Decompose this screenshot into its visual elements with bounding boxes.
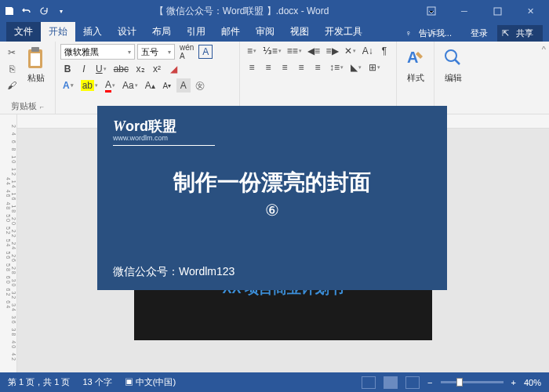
group-paragraph: ≡▾ ⅓≡▾ ≡≡▾ ◀≡ ≡▶ ✕▾ A↓ ¶ ≡ ≡ ≡ ≡ ≡ ↕≡▾ ◣… xyxy=(240,42,397,114)
bullets-icon[interactable]: ≡▾ xyxy=(245,44,259,58)
underline-button[interactable]: U▾ xyxy=(93,62,109,76)
status-lang[interactable]: ▣ 中文(中国) xyxy=(125,376,176,388)
char-border-icon[interactable]: A xyxy=(198,45,213,59)
status-bar: 第 1 页，共 1 页 13 个字 ▣ 中文(中国) − + 40% xyxy=(0,372,549,392)
cut-icon[interactable]: ✂ xyxy=(5,45,19,60)
increase-indent-icon[interactable]: ≡▶ xyxy=(324,44,340,58)
copy-icon[interactable]: ⎘ xyxy=(5,62,19,76)
find-icon xyxy=(441,45,466,71)
svg-point-6 xyxy=(445,50,456,61)
subscript-button[interactable]: x₂ xyxy=(133,62,147,76)
tab-review[interactable]: 审阅 xyxy=(248,22,282,42)
decrease-indent-icon[interactable]: ◀≡ xyxy=(306,44,322,58)
paste-button[interactable]: 粘贴 xyxy=(22,44,50,93)
line-spacing-icon[interactable]: ↕≡▾ xyxy=(327,60,346,74)
change-case-icon[interactable]: Aa▾ xyxy=(120,78,140,93)
editing-button[interactable]: 编辑 xyxy=(439,44,467,85)
tab-layout[interactable]: 布局 xyxy=(144,22,179,42)
styles-icon: A xyxy=(403,45,428,71)
maximize-icon[interactable] xyxy=(482,0,513,22)
clear-format-icon[interactable]: ◢ xyxy=(166,62,180,76)
paste-label: 粘贴 xyxy=(27,72,45,84)
font-color-icon[interactable]: A▾ xyxy=(103,78,118,93)
paste-icon xyxy=(24,45,49,71)
numbering-icon[interactable]: ⅓≡▾ xyxy=(261,44,283,58)
login-button[interactable]: 登录 xyxy=(466,25,493,42)
align-right-icon[interactable]: ≡ xyxy=(278,60,292,74)
vertical-ruler[interactable]: 2 4 6 8 10 12 14 16 18 20 22 24 26 28 30… xyxy=(0,114,17,372)
overlay-logo: Word联盟 xyxy=(113,117,431,136)
view-read-icon[interactable] xyxy=(362,376,376,389)
justify-icon[interactable]: ≡ xyxy=(294,60,308,74)
minimize-icon[interactable]: ─ xyxy=(449,0,480,22)
strikethrough-button[interactable]: abc xyxy=(111,62,131,76)
multilevel-icon[interactable]: ≡≡▾ xyxy=(285,44,304,58)
svg-text:A: A xyxy=(407,49,418,66)
zoom-in-icon[interactable]: + xyxy=(511,378,516,387)
borders-icon[interactable]: ⊞▾ xyxy=(366,60,383,74)
distributed-icon[interactable]: ≡ xyxy=(311,60,325,74)
tab-developer[interactable]: 开发工具 xyxy=(317,22,370,42)
font-name-combo[interactable]: 微软雅黑▾ xyxy=(60,44,135,60)
zoom-slider[interactable] xyxy=(441,381,504,383)
quick-access-toolbar: ▾ xyxy=(3,5,67,17)
format-painter-icon[interactable]: 🖌 xyxy=(5,78,19,93)
group-font: 微软雅黑▾ 五号▾ wénA A B I U▾ abc x₂ x² ◢ A▾ a… xyxy=(56,42,240,114)
styles-button[interactable]: A 样式 xyxy=(402,44,429,85)
ribbon-tabs: 文件 开始 插入 设计 布局 引用 邮件 审阅 视图 开发工具 ♀ 告诉我...… xyxy=(0,22,549,42)
titlebar: ▾ 【 微信公众号：Word联盟 】.docx - Word ─ ✕ xyxy=(0,0,549,22)
highlight-icon[interactable]: ab▾ xyxy=(78,78,100,93)
show-marks-icon[interactable]: ¶ xyxy=(377,44,391,58)
tab-insert[interactable]: 插入 xyxy=(75,22,110,42)
window-controls: ─ ✕ xyxy=(416,0,546,22)
align-center-icon[interactable]: ≡ xyxy=(261,60,275,74)
shrink-font-icon[interactable]: A▾ xyxy=(160,78,174,93)
sort-icon[interactable]: A↓ xyxy=(360,44,375,58)
undo-icon[interactable] xyxy=(20,5,33,17)
tab-mail[interactable]: 邮件 xyxy=(213,22,248,42)
bold-button[interactable]: B xyxy=(60,62,75,76)
tab-references[interactable]: 引用 xyxy=(179,22,213,42)
tell-me[interactable]: ♀ 告诉我... xyxy=(400,25,460,42)
view-print-icon[interactable] xyxy=(384,376,398,389)
svg-rect-1 xyxy=(494,8,501,15)
overlay-title: 制作一份漂亮的封面 xyxy=(113,168,431,198)
status-page[interactable]: 第 1 页，共 1 页 xyxy=(8,376,70,388)
overlay-subtitle: 微信公众号：Wordlm123 xyxy=(113,265,431,279)
tab-file[interactable]: 文件 xyxy=(6,22,41,42)
enclose-char-icon[interactable]: ㊛ xyxy=(193,78,207,93)
qat-dropdown-icon[interactable]: ▾ xyxy=(55,5,67,17)
superscript-button[interactable]: x² xyxy=(150,62,164,76)
shading-icon[interactable]: ◣▾ xyxy=(348,60,364,74)
collapse-ribbon-icon[interactable]: ^ xyxy=(542,45,546,54)
group-editing: 编辑 xyxy=(434,42,472,114)
font-size-combo[interactable]: 五号▾ xyxy=(137,44,175,60)
asian-layout-icon[interactable]: ✕▾ xyxy=(343,44,358,58)
tab-view[interactable]: 视图 xyxy=(282,22,317,42)
zoom-level[interactable]: 40% xyxy=(524,378,541,387)
overlay-divider xyxy=(113,145,215,146)
group-clipboard: ✂ ⎘ 🖌 粘贴 剪贴板⌐ xyxy=(0,42,56,114)
tab-design[interactable]: 设计 xyxy=(110,22,144,42)
phonetic-guide-icon[interactable]: wénA xyxy=(177,45,196,59)
clipboard-label: 剪贴板⌐ xyxy=(5,100,50,112)
italic-button[interactable]: I xyxy=(77,62,91,76)
view-web-icon[interactable] xyxy=(405,376,420,389)
share-button[interactable]: ⇱ 共享 xyxy=(497,25,543,42)
svg-rect-4 xyxy=(31,53,40,66)
status-words[interactable]: 13 个字 xyxy=(82,376,111,388)
tab-home[interactable]: 开始 xyxy=(41,22,75,42)
grow-font-icon[interactable]: A▴ xyxy=(143,78,158,93)
overlay-url: www.wordlm.com xyxy=(113,134,431,142)
clipboard-launcher-icon[interactable]: ⌐ xyxy=(40,103,44,111)
zoom-out-icon[interactable]: − xyxy=(427,378,432,387)
save-icon[interactable] xyxy=(3,5,16,17)
ribbon-options-icon[interactable] xyxy=(416,0,447,22)
group-styles: A 样式 xyxy=(397,42,434,114)
align-left-icon[interactable]: ≡ xyxy=(245,60,259,74)
overlay-number: ⑥ xyxy=(113,201,431,220)
text-effects-icon[interactable]: A▾ xyxy=(60,78,76,93)
close-icon[interactable]: ✕ xyxy=(514,0,546,22)
char-shading-icon[interactable]: A xyxy=(176,78,191,93)
redo-icon[interactable] xyxy=(38,5,50,17)
